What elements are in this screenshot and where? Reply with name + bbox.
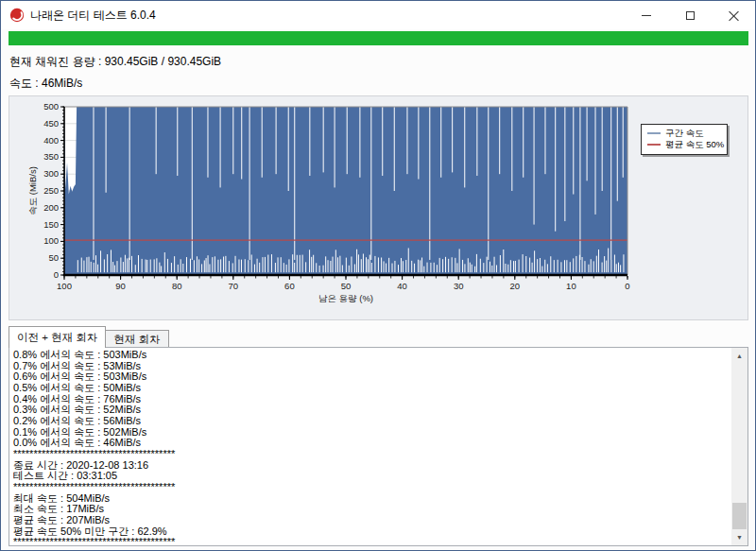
svg-text:속도 (MiB/s): 속도 (MiB/s) (27, 166, 38, 215)
svg-text:400: 400 (43, 135, 59, 146)
window-title: 나래온 더티 테스트 6.0.4 (30, 8, 156, 24)
scroll-down-button[interactable]: ▼ (731, 529, 747, 545)
svg-text:80: 80 (172, 281, 182, 291)
maximize-button[interactable] (668, 1, 712, 29)
titlebar: 나래온 더티 테스트 6.0.4 (1, 1, 755, 29)
tab-strip: 이전 + 현재 회차 현재 회차 (9, 326, 169, 348)
legend-item-interval-speed: 구간 속도 (647, 128, 721, 139)
log-text: 0.8% 에서의 속도 : 503MiB/s 0.7% 에서의 속도 : 53M… (13, 350, 729, 543)
average-speed-line-swatch (647, 144, 661, 146)
app-icon (9, 8, 25, 23)
tab-previous-plus-current-round[interactable]: 이전 + 현재 회차 (9, 326, 106, 348)
svg-text:100: 100 (57, 281, 72, 291)
svg-text:10: 10 (566, 281, 576, 291)
maximize-icon (686, 11, 695, 20)
svg-text:300: 300 (43, 168, 59, 179)
svg-text:70: 70 (229, 281, 239, 291)
legend-item-average-speed: 평균 속도 50% (647, 139, 721, 150)
scrollbar-thumb[interactable] (732, 503, 747, 529)
svg-text:150: 150 (43, 219, 59, 230)
svg-text:0: 0 (625, 281, 629, 291)
progress-bar-fill (9, 31, 748, 45)
svg-text:0: 0 (54, 269, 59, 280)
svg-text:250: 250 (43, 185, 59, 196)
svg-text:60: 60 (284, 281, 295, 291)
svg-text:90: 90 (115, 281, 126, 291)
capacity-text: 현재 채워진 용량 : 930.45GiB / 930.45GiB (9, 54, 221, 70)
result-log-box[interactable]: 0.8% 에서의 속도 : 503MiB/s 0.7% 에서의 속도 : 53M… (9, 347, 748, 546)
svg-text:350: 350 (43, 151, 59, 162)
interval-speed-line-swatch (647, 132, 661, 134)
svg-text:20: 20 (510, 281, 521, 291)
svg-text:30: 30 (454, 281, 464, 291)
close-button[interactable] (712, 1, 755, 29)
log-scrollbar[interactable]: ▲ ▼ (731, 348, 747, 545)
progress-bar (9, 31, 748, 45)
minimize-icon (642, 15, 651, 16)
close-icon (729, 10, 739, 21)
tab-current-round[interactable]: 현재 회차 (106, 330, 168, 348)
svg-text:450: 450 (43, 118, 59, 129)
minimize-button[interactable] (625, 1, 668, 29)
svg-text:40: 40 (397, 281, 407, 291)
chart-legend: 구간 속도 평균 속도 50% (641, 124, 728, 155)
svg-text:100: 100 (43, 235, 59, 246)
speed-chart: 1009080706050403020100050100150200250300… (9, 96, 747, 319)
scroll-up-button[interactable]: ▲ (731, 348, 747, 364)
svg-text:500: 500 (43, 101, 59, 112)
svg-text:200: 200 (43, 202, 59, 213)
svg-text:남은 용량 (%): 남은 용량 (%) (318, 293, 373, 303)
speed-text: 속도 : 46MiB/s (9, 76, 82, 92)
svg-text:50: 50 (48, 252, 59, 263)
svg-text:50: 50 (341, 281, 352, 291)
chart-panel: 1009080706050403020100050100150200250300… (9, 95, 748, 320)
app-window: 나래온 더티 테스트 6.0.4 현재 채워진 용량 : 930.45GiB /… (0, 0, 756, 551)
